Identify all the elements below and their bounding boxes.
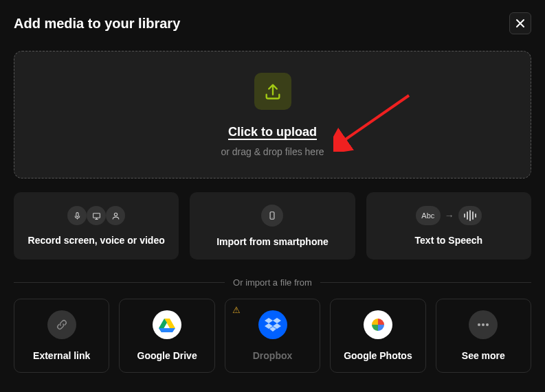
google-photos-label: Google Photos [344, 350, 412, 361]
smartphone-label: Import from smartphone [216, 236, 329, 247]
screen-icon [87, 206, 106, 225]
svg-point-17 [486, 323, 489, 326]
google-photos-icon [364, 310, 392, 339]
dropbox-icon [258, 310, 287, 339]
record-label: Record screen, voice or video [28, 235, 165, 246]
arrow-right-icon: → [445, 210, 454, 221]
waveform-icon [458, 206, 482, 225]
tts-label: Text to Speech [415, 235, 483, 246]
external-link-label: External link [33, 350, 90, 361]
abc-icon: Abc [416, 206, 441, 225]
see-more-label: See more [462, 350, 505, 361]
google-drive-provider[interactable]: Google Drive [119, 299, 214, 373]
svg-marker-11 [273, 318, 281, 323]
svg-rect-2 [76, 212, 78, 216]
dropbox-label: Dropbox [253, 350, 293, 361]
tts-option[interactable]: Abc → Text to Speech [366, 192, 531, 260]
annotation-arrow [333, 90, 416, 152]
record-option[interactable]: Record screen, voice or video [14, 192, 179, 260]
upload-icon [254, 73, 291, 110]
svg-point-16 [482, 323, 485, 326]
upload-subtitle: or drag & drop files here [221, 146, 324, 157]
svg-marker-9 [159, 328, 175, 332]
microphone-icon [67, 206, 87, 225]
svg-marker-10 [265, 318, 273, 323]
google-drive-icon [153, 310, 181, 339]
smartphone-option[interactable]: Import from smartphone [190, 192, 355, 260]
google-drive-label: Google Drive [137, 350, 197, 361]
warning-icon: ⚠ [232, 305, 241, 315]
person-icon [106, 206, 125, 225]
svg-line-1 [342, 95, 409, 142]
upload-title: Click to upload [228, 125, 317, 139]
more-icon [469, 310, 498, 339]
divider: Or import a file from [14, 277, 531, 288]
external-link-provider[interactable]: External link [14, 299, 109, 373]
svg-rect-3 [93, 213, 100, 218]
close-button[interactable] [509, 12, 531, 34]
google-photos-provider[interactable]: Google Photos [330, 299, 425, 373]
upload-dropzone[interactable]: Click to upload or drag & drop files her… [14, 51, 531, 178]
svg-point-15 [478, 323, 480, 326]
link-icon [47, 310, 76, 339]
modal-title: Add media to your library [14, 16, 180, 32]
svg-point-6 [272, 218, 273, 218]
svg-point-4 [114, 213, 117, 216]
see-more-provider[interactable]: See more [436, 299, 531, 373]
divider-text: Or import a file from [233, 277, 312, 288]
dropbox-provider[interactable]: ⚠ Dropbox [225, 299, 320, 373]
smartphone-icon [261, 205, 283, 227]
close-icon [515, 19, 525, 28]
